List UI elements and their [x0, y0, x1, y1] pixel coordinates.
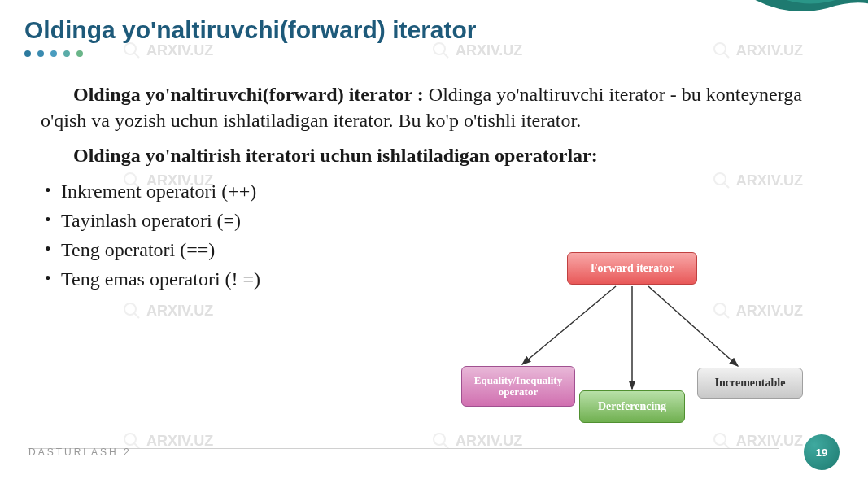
title-dots: [24, 50, 83, 57]
svg-line-3: [443, 53, 448, 58]
svg-line-20: [522, 286, 616, 364]
paragraph-2: Oldinga yo'naltirish iteratori uchun ish…: [41, 142, 827, 168]
diagram-box-forward-iterator: Forward iterator: [567, 252, 697, 285]
svg-point-2: [434, 43, 445, 54]
svg-line-11: [134, 313, 139, 318]
svg-point-10: [124, 303, 136, 315]
watermark: ARXIV.UZ: [122, 301, 213, 320]
forward-iterator-diagram: Forward iterator Equality/Inequality ope…: [461, 252, 803, 431]
paragraph-1: Oldinga yo'naltiruvchi(forward) iterator…: [41, 81, 827, 134]
footer-text: DASTURLASH 2: [28, 447, 132, 458]
diagram-box-incrementable: Incrementable: [697, 368, 803, 399]
paragraph-1-bold: Oldinga yo'naltiruvchi(forward) iterator…: [73, 84, 429, 105]
bullet-item: Tayinlash operatori (=): [45, 206, 827, 235]
slide-title: Oldinga yo'naltiruvchi(forward) iterator: [24, 16, 477, 44]
bullet-item: Inkrement operatori (++): [45, 176, 827, 206]
svg-point-0: [124, 43, 136, 54]
diagram-box-equality: Equality/Inequality operator: [461, 366, 575, 407]
footer: DASTURLASH 2 19: [28, 434, 840, 470]
svg-line-1: [134, 53, 139, 58]
diagram-box-dereferencing: Dereferencing: [579, 390, 685, 423]
page-number-badge: 19: [804, 434, 840, 470]
svg-line-22: [648, 286, 738, 366]
